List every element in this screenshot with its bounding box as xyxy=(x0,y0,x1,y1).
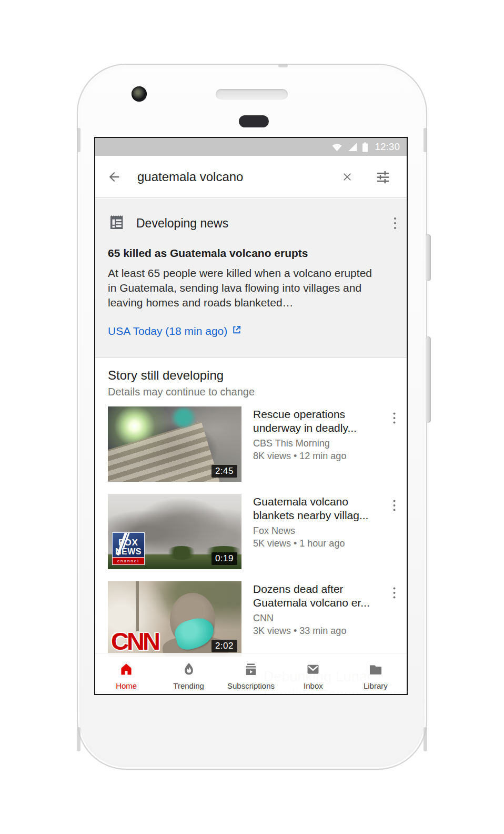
logo-text: channel xyxy=(113,557,144,564)
subscriptions-icon xyxy=(243,662,259,679)
card-title: Developing news xyxy=(136,216,393,231)
card-header: Developing news xyxy=(108,213,397,233)
antenna-band xyxy=(424,128,427,152)
thumbnail-detail xyxy=(108,421,220,482)
thumbnail-detail xyxy=(170,408,197,428)
nav-item-inbox[interactable]: Inbox xyxy=(282,660,344,690)
nav-label: Home xyxy=(116,681,137,690)
battery-icon xyxy=(362,142,368,152)
video-info: Guatemala volcano blankets nearby villag… xyxy=(253,495,385,549)
duration-badge: 2:02 xyxy=(211,640,237,652)
video-result-row: FOX NEWS channel 0:19 Guatemala volcano … xyxy=(95,494,407,571)
video-menu-dots-icon[interactable] xyxy=(390,497,398,516)
library-folder-icon xyxy=(368,662,384,679)
video-info: Dozens dead after Guatemala volcano er..… xyxy=(253,582,385,637)
video-title[interactable]: Rescue operations underway in deadly... xyxy=(253,408,385,435)
status-bar: 12:30 xyxy=(95,138,407,156)
nav-label: Library xyxy=(364,681,388,690)
video-channel: CBS This Morning xyxy=(253,438,385,449)
nav-label: Trending xyxy=(173,681,204,690)
back-arrow-icon[interactable] xyxy=(107,170,122,184)
wifi-icon xyxy=(331,142,343,152)
bottom-navigation: Home Trending Subscriptions xyxy=(95,653,407,695)
video-title[interactable]: Dozens dead after Guatemala volcano er..… xyxy=(253,582,385,610)
video-title[interactable]: Guatemala volcano blankets nearby villag… xyxy=(253,495,385,522)
video-thumbnail[interactable]: CNN 2:02 xyxy=(108,581,241,657)
front-camera xyxy=(132,86,147,102)
source-link[interactable]: USA Today (18 min ago) xyxy=(108,325,241,337)
inbox-envelope-icon xyxy=(305,662,321,679)
news-headline: 65 killed as Guatemala volcano erupts xyxy=(108,247,308,260)
cnn-logo: CNN xyxy=(111,627,158,656)
thumbnail-detail xyxy=(136,581,139,631)
video-menu-dots-icon[interactable] xyxy=(390,410,398,429)
section-subheading: Details may continue to change xyxy=(108,386,255,398)
section-heading: Story still developing xyxy=(108,368,224,383)
nav-label: Subscriptions xyxy=(227,681,275,690)
power-button xyxy=(426,234,431,281)
source-link-text[interactable]: USA Today (18 min ago) xyxy=(108,325,227,337)
search-input[interactable]: guatemala volcano xyxy=(137,170,340,184)
status-time: 12:30 xyxy=(375,141,400,153)
phone-screen: 12:30 guatemala volcano xyxy=(94,137,408,695)
fox-news-logo: FOX NEWS channel xyxy=(112,532,145,565)
nav-item-trending[interactable]: Trending xyxy=(157,660,219,690)
duration-badge: 0:19 xyxy=(211,552,237,565)
thumbnail-detail xyxy=(166,546,197,560)
video-info: Rescue operations underway in deadly... … xyxy=(253,408,385,462)
trending-flame-icon xyxy=(182,662,196,679)
video-meta: 3K views • 33 min ago xyxy=(253,626,385,637)
card-menu-dots-icon[interactable] xyxy=(393,216,397,230)
antenna-band xyxy=(278,64,288,67)
developing-news-card: Developing news 65 killed as Guatemala v… xyxy=(95,198,407,358)
external-link-icon xyxy=(231,325,241,337)
search-bar: guatemala volcano xyxy=(95,156,407,198)
cell-signal-icon xyxy=(348,142,357,152)
screenshot-canvas: 12:30 guatemala volcano xyxy=(0,0,504,834)
antenna-band xyxy=(77,727,80,751)
earpiece-speaker xyxy=(216,89,288,100)
volume-rocker xyxy=(426,336,431,423)
news-body: At least 65 people were killed when a vo… xyxy=(108,266,374,310)
nav-label: Inbox xyxy=(304,681,323,690)
duration-badge: 2:45 xyxy=(211,465,237,478)
nav-item-home[interactable]: Home xyxy=(95,660,157,690)
video-menu-dots-icon[interactable] xyxy=(390,584,398,603)
video-result-row: CNN 2:02 Dozens dead after Guatemala vol… xyxy=(95,581,407,658)
antenna-band xyxy=(77,128,80,152)
newspaper-icon xyxy=(108,213,126,233)
video-channel: Fox News xyxy=(253,525,385,537)
nav-item-library[interactable]: Library xyxy=(345,660,407,690)
video-thumbnail[interactable]: FOX NEWS channel 0:19 xyxy=(108,494,241,569)
video-channel: CNN xyxy=(253,613,385,624)
nav-item-subscriptions[interactable]: Subscriptions xyxy=(220,660,282,690)
video-meta: 8K views • 12 min ago xyxy=(253,451,385,462)
antenna-band xyxy=(424,727,427,751)
phone-mockup: 12:30 guatemala volcano xyxy=(77,64,427,770)
video-thumbnail[interactable]: 2:45 xyxy=(108,406,241,482)
video-result-row: 2:45 Rescue operations underway in deadl… xyxy=(95,406,407,483)
sensor-pill xyxy=(239,115,269,127)
clear-x-icon[interactable] xyxy=(340,170,354,184)
home-icon xyxy=(118,662,134,679)
filter-tune-icon[interactable] xyxy=(375,169,391,185)
video-meta: 5K views • 1 hour ago xyxy=(253,538,385,549)
